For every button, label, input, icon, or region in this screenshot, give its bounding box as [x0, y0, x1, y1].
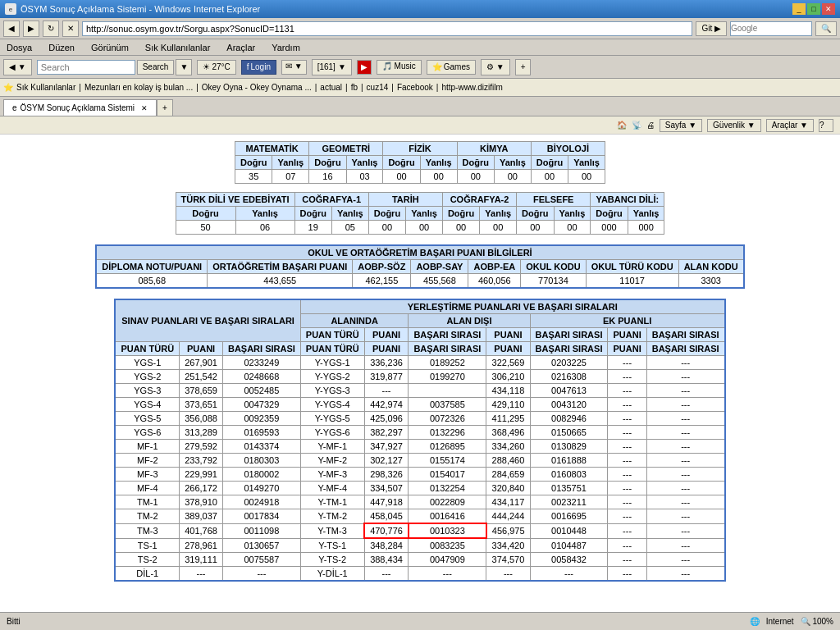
right-cell: Y-DİL-1: [300, 567, 364, 582]
fav-fb[interactable]: fb: [351, 83, 358, 92]
gmail-button[interactable]: ✉ ▼: [281, 60, 307, 75]
left-cell: 279,592: [180, 440, 223, 454]
right-cell: ---: [646, 440, 724, 454]
refresh-button[interactable]: ↻: [43, 21, 59, 37]
left-cell: MF-1: [115, 440, 179, 454]
left-cell: YGS-1: [115, 356, 179, 370]
music-button[interactable]: 🎵 Music: [377, 60, 422, 75]
chem-yanlis-val: 00: [494, 170, 531, 184]
tab-close-icon[interactable]: ✕: [141, 104, 148, 112]
extra-button[interactable]: ⚙ ▼: [481, 59, 510, 75]
new-tab-button2[interactable]: +: [157, 99, 173, 116]
right-cell: ---: [608, 398, 646, 412]
right-cell: ---: [486, 567, 530, 582]
sayfa-button[interactable]: Sayfa ▼: [660, 119, 702, 132]
back-button[interactable]: ◀: [3, 21, 20, 37]
youtube-button[interactable]: ▶: [357, 60, 372, 75]
maximize-button[interactable]: □: [807, 3, 820, 15]
zoom-label: 🔍 100%: [801, 617, 833, 626]
address-input[interactable]: [82, 21, 692, 36]
fav-cuz14[interactable]: cuz14: [367, 83, 389, 92]
left-cell: 0052485: [222, 384, 300, 398]
fav-actual[interactable]: actual: [320, 83, 342, 92]
right-cell: 434,117: [486, 495, 530, 509]
login-label: Login: [251, 62, 271, 71]
minimize-button[interactable]: _: [792, 3, 806, 15]
left-cell: 389,037: [180, 509, 223, 524]
right-cell: 470,776: [364, 523, 409, 538]
math-header: MATEMATİK: [235, 142, 309, 156]
guvenlik-button[interactable]: Güvenlik ▼: [707, 119, 761, 132]
fav-okey[interactable]: Okey Oyna - Okey Oynama ...: [202, 83, 312, 92]
right-cell: ---: [608, 523, 646, 538]
left-cell: 0180002: [222, 468, 300, 482]
geo-yanlis-header: Yanlış: [346, 156, 383, 170]
menu-edit[interactable]: Düzen: [45, 42, 78, 53]
fav-dizifilm[interactable]: http-www.dizifilm: [441, 83, 502, 92]
fav-facebook[interactable]: Facebook: [397, 83, 433, 92]
search-button[interactable]: Search: [137, 60, 175, 75]
msg-count-badge[interactable]: [161] ▼: [312, 59, 352, 75]
home-icon[interactable]: 🏠: [617, 121, 627, 130]
right-cell: ---: [608, 538, 646, 553]
favorites-icon: ⭐: [3, 83, 13, 93]
right-cell: ---: [364, 567, 409, 582]
right-cell: ---: [608, 454, 646, 468]
left-cell: 0017834: [222, 509, 300, 524]
right-cell: 334,420: [486, 538, 530, 553]
fav-sik-kullanilanlar[interactable]: Sık Kullanılanlar: [16, 83, 75, 92]
facebook-login-button[interactable]: f Login: [241, 60, 276, 75]
right-cell: Y-MF-2: [300, 454, 364, 468]
search-box: Search ▼: [37, 59, 193, 75]
search-input[interactable]: [37, 60, 135, 75]
left-cell: 0075587: [222, 553, 300, 567]
right-cell: 0199270: [409, 370, 486, 384]
right-cell: ---: [364, 384, 409, 398]
google-search-button[interactable]: 🔍: [815, 21, 837, 36]
bio-yanlis-header: Yanlış: [568, 156, 605, 170]
right-cell: Y-TS-2: [300, 553, 364, 567]
title-bar: e ÖSYM Sonuç Açıklama Sistemi - Windows …: [0, 0, 840, 18]
search-dropdown-button[interactable]: ▼: [176, 59, 192, 75]
phys-dogru-header: Doğru: [383, 156, 420, 170]
menu-help[interactable]: Yardım: [268, 42, 304, 53]
go-button[interactable]: Git ▶: [696, 21, 727, 36]
menu-file[interactable]: Dosya: [3, 42, 35, 53]
right-cell: 306,210: [486, 370, 530, 384]
right-cell: Y-MF-3: [300, 468, 364, 482]
right-cell: ---: [646, 384, 724, 398]
rss-icon[interactable]: 📡: [632, 121, 641, 130]
right-cell: 374,570: [486, 553, 530, 567]
left-cell: 278,961: [180, 538, 223, 553]
phys-yanlis-val: 00: [420, 170, 457, 184]
google-search-input[interactable]: [730, 21, 812, 36]
right-cell: 322,569: [486, 356, 530, 370]
right-cell: Y-YGS-6: [300, 426, 364, 440]
fav-mezunlar[interactable]: Mezunları en kolay iş bulan ...: [84, 83, 193, 92]
right-cell: 456,975: [486, 523, 530, 538]
right-cell: 447,918: [364, 495, 409, 509]
right-cell: 0047613: [530, 384, 608, 398]
menu-tools[interactable]: Araçlar: [223, 42, 258, 53]
games-button[interactable]: ⭐ Games: [427, 60, 476, 75]
close-button[interactable]: ✕: [822, 3, 835, 15]
left-cell: 233,792: [180, 454, 223, 468]
main-tab[interactable]: e ÖSYM Sonuç Açıklama Sistemi ✕: [3, 99, 157, 116]
right-cell: ---: [646, 468, 724, 482]
right-cell: ---: [646, 398, 724, 412]
toolbar-back-button[interactable]: ◀ ▼: [3, 59, 32, 75]
menu-favorites[interactable]: Sık Kullanılanlar: [142, 42, 214, 53]
left-cell: TS-2: [115, 553, 179, 567]
left-cell: 251,542: [180, 370, 223, 384]
new-tab-button[interactable]: +: [515, 59, 532, 75]
right-cell: 298,326: [364, 468, 409, 482]
left-cell: TM-3: [115, 523, 179, 538]
math-yanlis-val: 07: [272, 170, 309, 184]
araclar-button[interactable]: Araçlar ▼: [766, 119, 814, 132]
print-icon[interactable]: 🖨: [646, 121, 655, 130]
left-cell: 266,172: [180, 482, 223, 495]
menu-view[interactable]: Görünüm: [88, 42, 132, 53]
forward-button[interactable]: ▶: [23, 21, 39, 37]
stop-button[interactable]: ✕: [62, 21, 79, 37]
help-button[interactable]: ?: [819, 119, 833, 132]
